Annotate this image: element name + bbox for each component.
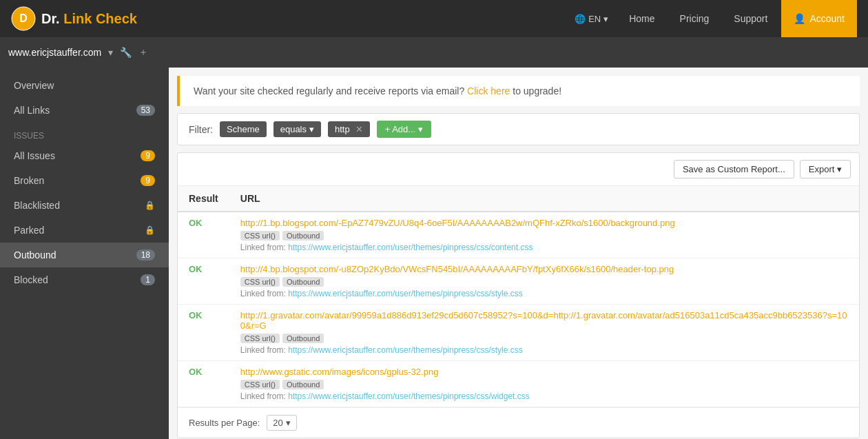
result-cell: OK — [178, 258, 229, 305]
linked-from-link[interactable]: https://www.ericjstauffer.com/user/theme… — [288, 391, 530, 401]
dropdown-icon[interactable]: ▾ — [108, 47, 113, 58]
upgrade-banner: Want your site checked regularly and rec… — [177, 76, 860, 106]
sidebar-section-issues: Issues — [0, 123, 169, 143]
sidebar-item-parked[interactable]: Parked 🔒 — [0, 218, 169, 243]
filter-clear-icon[interactable]: ✕ — [355, 124, 363, 134]
sidebar: Overview All Links 53 Issues All Issues … — [0, 68, 169, 439]
sidebar-item-overview[interactable]: Overview — [0, 73, 169, 98]
parked-lock-icon: 🔒 — [145, 225, 155, 235]
results-table: Result URL OKhttp://1.bp.blogspot.com/-E… — [178, 186, 859, 407]
logo-icon: D — [11, 6, 36, 31]
per-page-select[interactable]: 20 ▾ — [267, 415, 296, 431]
filter-bar: Filter: Scheme equals ▾ http ✕ + Add... … — [177, 113, 860, 145]
svg-text:D: D — [19, 12, 28, 24]
outbound-badge: 18 — [136, 249, 155, 261]
filter-add-button[interactable]: + Add... ▾ — [377, 121, 431, 138]
results-area: Save as Custom Report... Export ▾ Result… — [177, 152, 860, 438]
url-cell: http://www.gstatic.com/images/icons/gplu… — [229, 361, 859, 407]
filter-label: Filter: — [189, 124, 213, 135]
col-url: URL — [229, 186, 859, 212]
url-cell: http://1.bp.blogspot.com/-EpAZ7479vZU/U8… — [229, 212, 859, 258]
broken-badge: 9 — [141, 175, 155, 186]
filter-scheme[interactable]: Scheme — [220, 121, 267, 137]
export-button[interactable]: Export ▾ — [800, 160, 851, 178]
tag: CSS url() — [240, 334, 280, 343]
account-button[interactable]: 👤 Account — [781, 0, 857, 37]
linked-from: Linked from: https://www.ericjstauffer.c… — [240, 289, 848, 298]
linked-from-link[interactable]: https://www.ericjstauffer.com/user/theme… — [288, 345, 523, 355]
sidebar-item-blacklisted[interactable]: Blacklisted 🔒 — [0, 193, 169, 218]
all-links-badge: 53 — [136, 105, 155, 116]
url-cell: http://4.bp.blogspot.com/-u8ZOp2KyBdo/VW… — [229, 258, 859, 305]
table-row: OKhttp://www.gstatic.com/images/icons/gp… — [178, 361, 859, 407]
navbar-right: 🌐 EN ▾ Home Pricing Support 👤 Account — [568, 0, 857, 37]
tag: CSS url() — [240, 277, 280, 287]
subheader: www.ericjstauffer.com ▾ 🔧 ＋ — [0, 37, 868, 68]
blacklisted-lock-icon: 🔒 — [145, 201, 155, 210]
tag: Outbound — [282, 334, 324, 343]
filter-equals[interactable]: equals ▾ — [273, 121, 321, 137]
save-report-button[interactable]: Save as Custom Report... — [674, 160, 794, 178]
upgrade-link[interactable]: Click here — [467, 85, 510, 96]
linked-from: Linked from: https://www.ericjstauffer.c… — [240, 243, 848, 252]
blocked-badge: 1 — [141, 274, 155, 285]
results-per-page: Results per Page: 20 ▾ — [178, 407, 859, 438]
navbar-title: Dr. Link Check — [41, 11, 137, 27]
sidebar-item-all-links[interactable]: All Links 53 — [0, 98, 169, 123]
url-link[interactable]: http://4.bp.blogspot.com/-u8ZOp2KyBdo/VW… — [240, 264, 674, 274]
brand: D Dr. Link Check — [11, 6, 137, 31]
results-actions: Save as Custom Report... Export ▾ — [178, 153, 859, 186]
tag: CSS url() — [240, 380, 280, 389]
tag: Outbound — [282, 231, 324, 241]
sidebar-item-outbound[interactable]: Outbound 18 — [0, 243, 169, 267]
result-ok: OK — [189, 310, 203, 320]
result-ok: OK — [189, 264, 203, 274]
layout: Overview All Links 53 Issues All Issues … — [0, 68, 868, 439]
nav-support[interactable]: Support — [723, 8, 778, 30]
all-issues-badge: 9 — [141, 150, 155, 161]
url-link[interactable]: http://1.gravatar.com/avatar/99959a1d886… — [240, 310, 847, 331]
result-cell: OK — [178, 212, 229, 258]
url-link[interactable]: http://1.bp.blogspot.com/-EpAZ7479vZU/U8… — [240, 218, 675, 228]
col-result: Result — [178, 186, 229, 212]
navbar: D Dr. Link Check 🌐 EN ▾ Home Pricing Sup… — [0, 0, 868, 37]
tag: Outbound — [282, 380, 324, 389]
filter-value[interactable]: http ✕ — [328, 121, 370, 137]
table-row: OKhttp://4.bp.blogspot.com/-u8ZOp2KyBdo/… — [178, 258, 859, 305]
linked-from-link[interactable]: https://www.ericjstauffer.com/user/theme… — [288, 243, 533, 252]
result-ok: OK — [189, 367, 203, 377]
tag: CSS url() — [240, 231, 280, 241]
url-cell: http://1.gravatar.com/avatar/99959a1d886… — [229, 305, 859, 361]
table-row: OKhttp://1.gravatar.com/avatar/99959a1d8… — [178, 305, 859, 361]
main-content: Want your site checked regularly and rec… — [169, 68, 868, 439]
table-row: OKhttp://1.bp.blogspot.com/-EpAZ7479vZU/… — [178, 212, 859, 258]
lang-selector[interactable]: 🌐 EN ▾ — [568, 10, 615, 28]
nav-pricing[interactable]: Pricing — [669, 8, 721, 30]
tag: Outbound — [282, 277, 324, 287]
sidebar-item-all-issues[interactable]: All Issues 9 — [0, 143, 169, 168]
sidebar-item-blocked[interactable]: Blocked 1 — [0, 267, 169, 292]
result-cell: OK — [178, 361, 229, 407]
linked-from: Linked from: https://www.ericjstauffer.c… — [240, 391, 848, 401]
result-ok: OK — [189, 218, 203, 228]
settings-icon[interactable]: 🔧 — [120, 47, 132, 58]
url-link[interactable]: http://www.gstatic.com/images/icons/gplu… — [240, 367, 439, 377]
sidebar-item-broken[interactable]: Broken 9 — [0, 168, 169, 193]
linked-from-link[interactable]: https://www.ericjstauffer.com/user/theme… — [288, 289, 523, 298]
nav-home[interactable]: Home — [618, 8, 665, 30]
result-cell: OK — [178, 305, 229, 361]
domain-label: www.ericjstauffer.com — [8, 47, 101, 58]
linked-from: Linked from: https://www.ericjstauffer.c… — [240, 345, 848, 355]
add-site-icon[interactable]: ＋ — [138, 46, 148, 59]
